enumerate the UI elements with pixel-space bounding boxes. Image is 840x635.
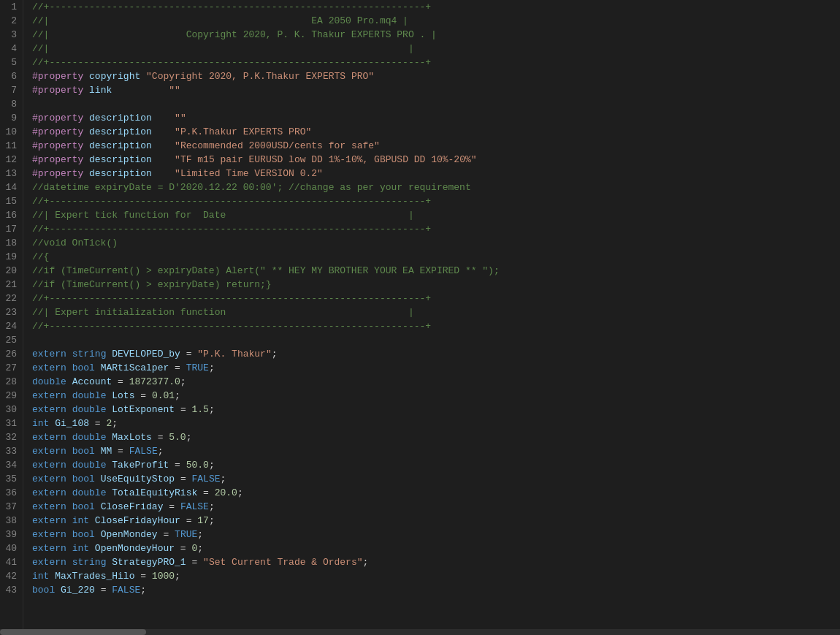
token-var: Gi_220 bbox=[61, 585, 95, 596]
line-number: 3 bbox=[3, 28, 17, 42]
code-line: //+-------------------------------------… bbox=[32, 194, 840, 208]
token-var: MaxTrades_Hilo bbox=[55, 571, 134, 582]
token-comment: //| | \ bbox=[32, 43, 840, 54]
line-number: 27 bbox=[3, 361, 17, 375]
token-var: Lots bbox=[112, 390, 134, 401]
token-preprocessor: #property bbox=[32, 140, 83, 151]
code-line: //+-------------------------------------… bbox=[32, 319, 840, 333]
code-line: extern double TakeProfit = 50.0; bbox=[32, 458, 840, 472]
token-property-name: description bbox=[89, 126, 152, 137]
token-number: 50.0 bbox=[186, 460, 209, 471]
token-keyword: string bbox=[72, 349, 107, 360]
token-text: = bbox=[180, 515, 197, 526]
token-text bbox=[95, 446, 101, 457]
token-text: = bbox=[112, 376, 129, 387]
token-text bbox=[152, 168, 175, 179]
line-numbers: 1234567891011121314151617181920212223242… bbox=[0, 0, 23, 629]
token-keyword: extern bbox=[32, 557, 66, 568]
token-bool: TRUE bbox=[175, 529, 197, 540]
code-line: #property description "Recommended 2000U… bbox=[32, 139, 840, 153]
token-text bbox=[89, 515, 95, 526]
token-text: = bbox=[89, 418, 106, 429]
line-number: 11 bbox=[3, 139, 17, 153]
code-line: //| | \ bbox=[32, 42, 840, 56]
token-var: Account bbox=[72, 376, 112, 387]
token-string: "" bbox=[175, 113, 186, 123]
token-text bbox=[95, 501, 101, 512]
token-text bbox=[95, 529, 101, 540]
token-text bbox=[66, 474, 72, 484]
token-text: = bbox=[152, 432, 169, 443]
token-text bbox=[66, 529, 72, 540]
code-line: extern string DEVELOPED_by = "P.K. Thaku… bbox=[32, 347, 840, 361]
line-number: 22 bbox=[3, 292, 17, 305]
token-keyword: extern bbox=[32, 487, 66, 498]
token-text: = bbox=[175, 543, 191, 554]
scrollbar-area[interactable] bbox=[0, 629, 840, 635]
token-preprocessor: #property bbox=[32, 85, 83, 96]
line-number: 26 bbox=[3, 347, 17, 361]
line-number: 2 bbox=[3, 14, 17, 28]
code-content: 1234567891011121314151617181920212223242… bbox=[0, 0, 840, 629]
code-line bbox=[32, 97, 840, 111]
line-number: 33 bbox=[3, 444, 17, 458]
token-text bbox=[83, 113, 89, 123]
line-number: 18 bbox=[3, 236, 17, 250]
token-keyword: bool bbox=[72, 501, 95, 512]
token-text bbox=[66, 460, 72, 471]
token-keyword: extern bbox=[32, 390, 66, 401]
line-number: 23 bbox=[3, 305, 17, 319]
token-text bbox=[95, 362, 101, 373]
token-keyword: int bbox=[32, 418, 49, 429]
token-text: = bbox=[169, 362, 186, 373]
code-line: //+-------------------------------------… bbox=[32, 222, 840, 236]
token-keyword: extern bbox=[32, 349, 66, 360]
code-line: bool Gi_220 = FALSE; bbox=[32, 583, 840, 597]
line-number: 40 bbox=[3, 541, 17, 555]
code-line: int MaxTrades_Hilo = 1000; bbox=[32, 569, 840, 583]
token-preprocessor: #property bbox=[32, 71, 83, 82]
token-text bbox=[83, 85, 89, 96]
token-keyword: double bbox=[72, 460, 107, 471]
token-text bbox=[95, 474, 101, 484]
token-comment: //if (TimeCurrent() > expiryDate) Alert(… bbox=[32, 265, 500, 276]
token-text bbox=[66, 446, 72, 457]
token-text bbox=[66, 515, 72, 526]
token-text bbox=[66, 432, 72, 443]
token-keyword: extern bbox=[32, 543, 66, 554]
token-keyword: double bbox=[72, 404, 107, 415]
token-text bbox=[89, 543, 95, 554]
token-string: "P.K. Thakur" bbox=[197, 349, 271, 360]
token-text: ; bbox=[175, 571, 180, 582]
token-number: 5.0 bbox=[169, 432, 186, 443]
code-line: //| Copyright 2020, P. K. Thakur EXPERTS… bbox=[32, 28, 840, 42]
line-number: 42 bbox=[3, 569, 17, 583]
token-text bbox=[66, 390, 72, 401]
token-bool: TRUE bbox=[186, 362, 209, 373]
token-text bbox=[66, 404, 72, 415]
token-number: 20.0 bbox=[215, 487, 237, 498]
token-text: ; bbox=[112, 418, 118, 429]
token-comment: //| Expert tick function for Date | bbox=[32, 210, 414, 221]
scrollbar-thumb[interactable] bbox=[0, 629, 146, 635]
token-var: MARtiScalper bbox=[101, 362, 169, 373]
token-text: ; bbox=[209, 362, 215, 373]
code-line: int Gi_108 = 2; bbox=[32, 417, 840, 430]
line-number: 8 bbox=[3, 97, 17, 111]
token-keyword: extern bbox=[32, 515, 66, 526]
token-string: "" bbox=[169, 85, 180, 96]
token-number: 0.01 bbox=[152, 390, 175, 401]
line-number: 14 bbox=[3, 180, 17, 194]
line-number: 29 bbox=[3, 389, 17, 403]
token-keyword: bool bbox=[32, 585, 55, 596]
code-lines[interactable]: //+-------------------------------------… bbox=[23, 0, 840, 629]
line-number: 13 bbox=[3, 167, 17, 180]
token-text: ; bbox=[140, 585, 146, 596]
token-text bbox=[112, 85, 169, 96]
line-number: 17 bbox=[3, 222, 17, 236]
code-line: extern int OpenMondeyHour = 0; bbox=[32, 541, 840, 555]
line-number: 39 bbox=[3, 528, 17, 541]
token-number: 1872377.0 bbox=[129, 376, 180, 387]
code-line: extern double Lots = 0.01; bbox=[32, 389, 840, 403]
token-keyword: extern bbox=[32, 446, 66, 457]
